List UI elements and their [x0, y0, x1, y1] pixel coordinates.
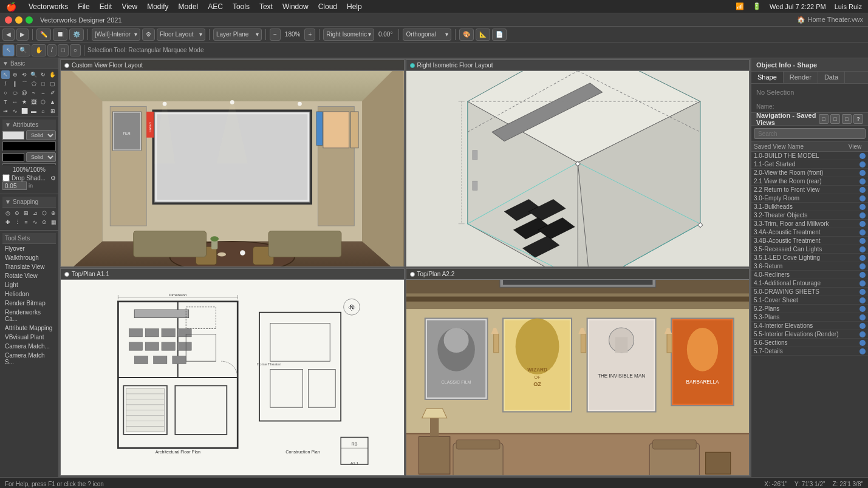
render-bitmap-tool[interactable]: Render Bitmap: [2, 299, 56, 308]
zoom-out-button[interactable]: −: [270, 29, 281, 41]
tool-reshape[interactable]: ⟲: [20, 70, 29, 79]
nav-list-item[interactable]: 3.3-Trim, Floor and Millwork: [751, 220, 868, 228]
viewport-right-isometric[interactable]: Right Isometric Floor Layout: [406, 59, 750, 267]
maximize-button[interactable]: [26, 16, 33, 24]
menu-aec[interactable]: AEC: [205, 2, 225, 11]
nav-list-item[interactable]: 3.4B-Acoustic Treatment: [751, 237, 868, 245]
tool-flyover[interactable]: ↻: [39, 70, 47, 79]
nav-list-item[interactable]: 5.1-Cover Sheet: [751, 296, 868, 305]
snap-3[interactable]: ⊞: [22, 209, 30, 217]
tool-line2[interactable]: /: [1, 80, 10, 88]
render-options-button[interactable]: 🎨: [459, 29, 474, 41]
zoom-in-button[interactable]: +: [304, 29, 315, 41]
heliodon-tool[interactable]: Heliodon: [2, 290, 56, 299]
viewport-custom-view[interactable]: Custom View Floor Layout: [60, 59, 405, 267]
drop-shadow-checkbox[interactable]: [2, 174, 10, 181]
nav-search-input[interactable]: [754, 128, 866, 139]
tab-data[interactable]: Data: [818, 72, 845, 83]
nav-list-item[interactable]: 2.2 Return to Front View: [751, 186, 868, 194]
rotate-view-tool[interactable]: Rotate View: [2, 271, 56, 280]
nav-list-item[interactable]: 2.0-View the Room (front): [751, 169, 868, 177]
camera-match-tool[interactable]: Camera Match...: [2, 342, 56, 351]
toolbar-icon-3[interactable]: ⚙️: [69, 29, 84, 41]
stroke-swatch[interactable]: [2, 153, 24, 161]
nav-list-item[interactable]: 3.5-Recessed Can Lights: [751, 245, 868, 254]
tool-wall[interactable]: ⬜: [20, 107, 29, 115]
menu-modify[interactable]: Modify: [145, 2, 171, 11]
collapse-icon[interactable]: ▼: [2, 60, 9, 67]
minimize-button[interactable]: [15, 16, 22, 24]
nav-list-item[interactable]: 5.2-Plans: [751, 305, 868, 313]
walkthrough-tool[interactable]: Walkthrough: [2, 253, 56, 262]
tool-rect2[interactable]: □: [39, 80, 47, 88]
translate-view-tool[interactable]: Translate View: [2, 262, 56, 271]
nav-list-item[interactable]: 3.0-Empty Room: [751, 194, 868, 203]
viewport-top-plan-1[interactable]: Top/Plan A1.1: [60, 268, 405, 476]
close-button[interactable]: [5, 16, 12, 24]
tool-round-rect[interactable]: ▢: [49, 80, 57, 88]
attribute-mapping-tool[interactable]: Attribute Mapping: [2, 324, 56, 333]
tool-push[interactable]: ⇥: [1, 107, 10, 115]
layer-dropdown[interactable]: [Wall]-Interior: [92, 29, 140, 41]
layer-options-button[interactable]: ⚙: [142, 29, 155, 41]
stroke-type-dropdown[interactable]: Solid: [26, 152, 56, 162]
renderworks-ca-tool[interactable]: Renderworks Ca...: [2, 308, 56, 324]
tool-line[interactable]: /: [47, 44, 56, 56]
tool-spline[interactable]: ⌣: [39, 89, 47, 97]
tool-select[interactable]: ↖: [2, 44, 15, 56]
tool-symbol[interactable]: ★: [20, 98, 29, 106]
nav-list-item[interactable]: 3.4A-Acoustic Treatment: [751, 228, 868, 237]
snap-9[interactable]: ≡: [22, 218, 30, 226]
nav-list-item[interactable]: 5.7-Details: [751, 347, 868, 356]
nav-btn-4[interactable]: ?: [853, 114, 863, 124]
tool-roof[interactable]: ⌂: [39, 107, 47, 115]
tool-poly[interactable]: ⬠: [30, 80, 38, 88]
tool-node[interactable]: ⊕: [11, 70, 19, 79]
tab-render[interactable]: Render: [784, 72, 818, 83]
nav-back-button[interactable]: ◀: [2, 29, 15, 41]
menu-tools[interactable]: Tools: [230, 2, 252, 11]
nav-list-item[interactable]: 1.0-BUILD THE MODEL: [751, 152, 868, 160]
fill-swatch[interactable]: [2, 131, 24, 140]
menu-view[interactable]: View: [119, 2, 140, 11]
nav-btn-1[interactable]: □: [819, 114, 829, 124]
fill-color-bar[interactable]: [2, 141, 56, 151]
menu-cloud[interactable]: Cloud: [316, 2, 340, 11]
apple-menu[interactable]: 🍎: [4, 2, 19, 12]
nav-btn-2[interactable]: □: [830, 114, 840, 124]
tool-zoom2[interactable]: 🔍: [30, 70, 38, 79]
menu-vectorworks[interactable]: Vectorworks: [26, 2, 70, 11]
drop-shadow-options[interactable]: ⚙: [50, 175, 56, 181]
nav-list-item[interactable]: 2.1 View the Room (rear): [751, 177, 868, 186]
menu-model[interactable]: Model: [176, 2, 201, 11]
menu-window[interactable]: Window: [280, 2, 311, 11]
tool-extrude[interactable]: ▲: [49, 98, 57, 106]
tool-arrow[interactable]: ↖: [1, 70, 10, 79]
tool-pan[interactable]: ✋: [32, 44, 46, 56]
tool-slab[interactable]: ▬: [30, 107, 38, 115]
camera-match-s-tool[interactable]: Camera Match S...: [2, 351, 56, 367]
toolbar-icon-2[interactable]: 🔲: [53, 29, 67, 41]
menu-text[interactable]: Text: [257, 2, 275, 11]
nav-list-item[interactable]: 1.1-Get Started: [751, 160, 868, 169]
snap-12[interactable]: ▦: [49, 218, 58, 226]
view-options-button[interactable]: 📐: [476, 29, 490, 41]
menu-edit[interactable]: Edit: [97, 2, 115, 11]
tool-arc[interactable]: ⌒: [20, 80, 29, 88]
nav-list-item[interactable]: 5.0-DRAWING SHEETS: [751, 288, 868, 296]
tool-spiral[interactable]: @: [20, 89, 29, 97]
viewport-top-plan-2[interactable]: Top/Plan A2.2: [406, 268, 750, 476]
nav-list-item[interactable]: 4.0-Recliners: [751, 271, 868, 279]
vbvisual-plant-tool[interactable]: VBvisual Plant: [2, 333, 56, 342]
flyover-tool[interactable]: Flyover: [2, 244, 56, 253]
menu-help[interactable]: Help: [344, 2, 364, 11]
tool-stair[interactable]: ⊞: [49, 107, 57, 115]
class-dropdown[interactable]: Floor Layout: [157, 29, 205, 41]
nav-forward-button[interactable]: ▶: [16, 29, 29, 41]
attr-collapse[interactable]: ▼: [5, 121, 11, 128]
tool-bezier[interactable]: ~: [30, 89, 38, 97]
tool-nurbs[interactable]: ∿: [11, 107, 19, 115]
tool-dim[interactable]: ↔: [11, 98, 19, 106]
nav-list-item[interactable]: 5.3-Plans: [751, 313, 868, 322]
menu-file[interactable]: File: [75, 2, 92, 11]
